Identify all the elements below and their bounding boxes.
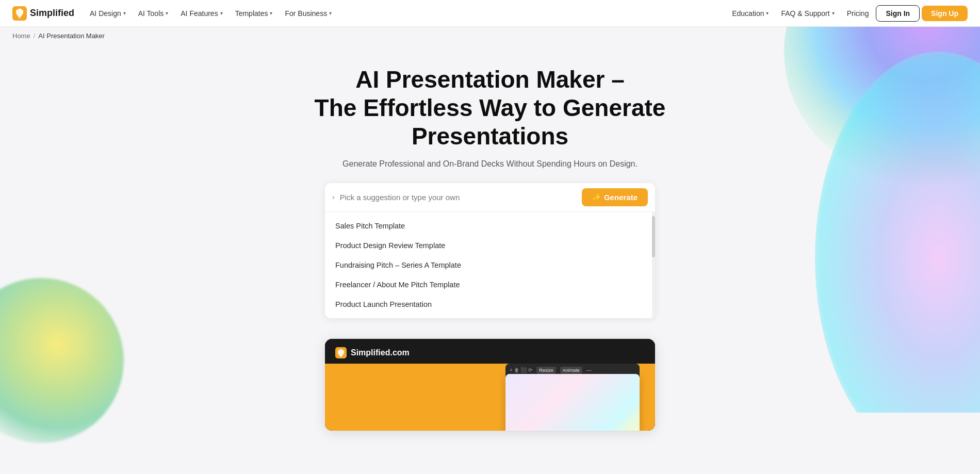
chevron-down-icon: ▾ [166, 10, 168, 16]
nav-ai-design[interactable]: AI Design ▾ [85, 6, 131, 21]
search-bar: › ✨ Generate [325, 183, 655, 212]
preview-header: Simplified.com [325, 339, 655, 364]
logo-icon [12, 6, 27, 21]
nav-education[interactable]: Education ▾ [727, 6, 774, 21]
scrollbar-thumb[interactable] [652, 216, 655, 257]
chevron-down-icon: ▾ [832, 10, 835, 16]
suggestion-item[interactable]: Product Design Review Template [325, 236, 655, 255]
chevron-down-icon: ▾ [329, 10, 332, 16]
hero-title: AI Presentation Maker –The Effortless Wa… [315, 66, 666, 151]
nav-ai-tools[interactable]: AI Tools ▾ [133, 6, 174, 21]
toolbar-animate-btn[interactable]: Animate [560, 367, 582, 374]
navbar: Simplified AI Design ▾ AI Tools ▾ AI Fea… [0, 0, 980, 27]
chevron-down-icon: ▾ [766, 10, 769, 16]
hero-subtitle: Generate Professional and On-Brand Decks… [342, 159, 638, 169]
suggestions-list: Sales Pitch Template Product Design Revi… [325, 212, 655, 318]
preview-logo-text: Simplified.com [351, 348, 410, 357]
nav-templates[interactable]: Templates ▾ [230, 6, 278, 21]
nav-for-business[interactable]: For Business ▾ [280, 6, 337, 21]
nav-right: Education ▾ FAQ & Support ▾ Pricing Sign… [727, 5, 968, 22]
generate-icon: ✨ [592, 193, 601, 201]
suggestion-item[interactable]: Product Launch Presentation [325, 295, 655, 314]
signup-button[interactable]: Sign Up [922, 6, 968, 21]
logo-text: Simplified [30, 8, 74, 19]
preview-card: Simplified.com + 🗑 ⬛ ⟳ Resize Animate — [325, 339, 655, 431]
main-content: AI Presentation Maker –The Effortless Wa… [0, 45, 980, 451]
search-input[interactable] [340, 193, 577, 202]
suggestion-item[interactable]: Fundraising Pitch – Series A Template [325, 255, 655, 275]
chevron-down-icon: ▾ [220, 10, 223, 16]
breadcrumb-home[interactable]: Home [12, 32, 30, 40]
preview-slide-mini [505, 374, 640, 431]
chevron-down-icon: ▾ [123, 10, 126, 16]
nav-faq-support[interactable]: FAQ & Support ▾ [776, 6, 839, 21]
breadcrumb-current-page: AI Presentation Maker [38, 32, 105, 40]
breadcrumb: Home / AI Presentation Maker [0, 27, 980, 45]
search-container: › ✨ Generate Sales Pitch Template Produc… [325, 183, 655, 318]
nav-ai-features[interactable]: AI Features ▾ [175, 6, 227, 21]
preview-yellow-band: + 🗑 ⬛ ⟳ Resize Animate — [325, 364, 655, 431]
chevron-down-icon: ▾ [270, 10, 272, 16]
suggestion-item[interactable]: Freelancer / About Me Pitch Template [325, 275, 655, 295]
suggestion-item[interactable]: Sales Pitch Template [325, 216, 655, 236]
nav-pricing[interactable]: Pricing [842, 6, 874, 21]
breadcrumb-separator: / [34, 32, 36, 40]
signin-button[interactable]: Sign In [876, 5, 920, 22]
toolbar-resize-btn[interactable]: Resize [536, 367, 556, 374]
preview-logo-icon [335, 347, 347, 358]
expand-icon[interactable]: › [332, 193, 335, 201]
logo[interactable]: Simplified [12, 6, 74, 21]
scrollbar-track [652, 212, 655, 318]
generate-button[interactable]: ✨ Generate [582, 188, 648, 206]
